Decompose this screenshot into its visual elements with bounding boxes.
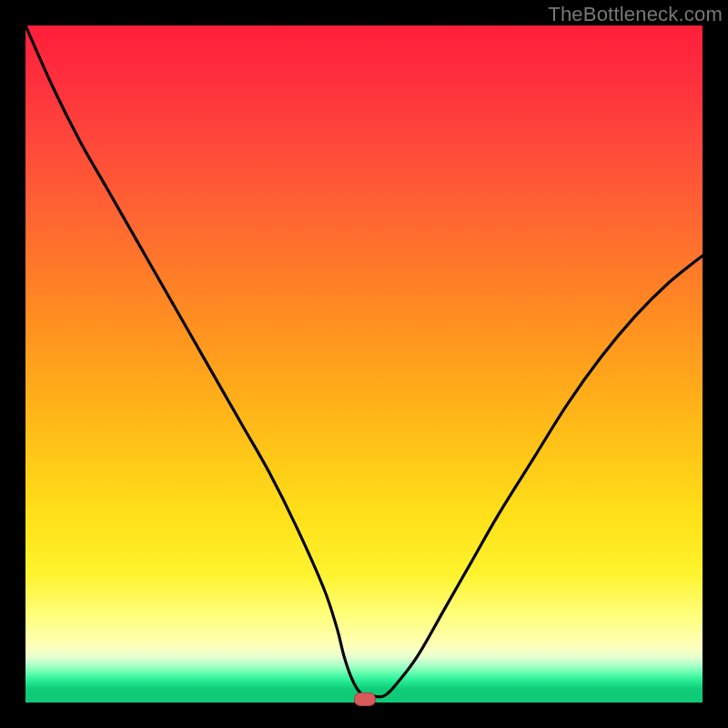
chart-frame: TheBottleneck.com <box>0 0 728 728</box>
chart-plot-area <box>25 25 703 703</box>
watermark-text: TheBottleneck.com <box>548 3 723 26</box>
bottleneck-curve-path <box>25 25 703 697</box>
bottleneck-curve <box>25 25 703 703</box>
optimal-marker <box>354 693 376 706</box>
